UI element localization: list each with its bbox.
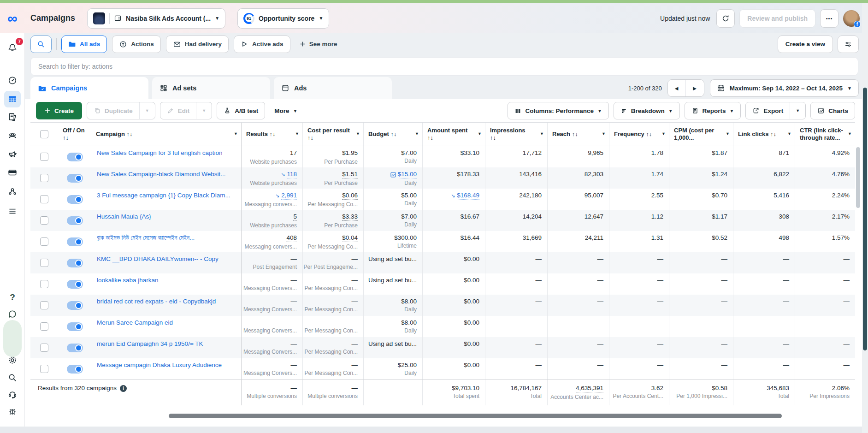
column-dropdown-icon[interactable]: ▼	[356, 131, 360, 136]
more-options-button[interactable]: •••	[820, 9, 838, 28]
campaign-toggle[interactable]	[67, 322, 83, 331]
filter-tab-had-delivery[interactable]: Had delivery	[166, 36, 229, 53]
search-input[interactable]	[30, 57, 858, 76]
campaign-link[interactable]: merun Eid Campaighn 34 p 1950/= TK	[97, 340, 203, 347]
refresh-button[interactable]	[716, 9, 735, 28]
horizontal-scrollbar[interactable]	[169, 414, 782, 418]
sidebar-item-messages[interactable]	[0, 306, 25, 322]
create-view-button[interactable]: Create a view	[778, 36, 833, 53]
column-dropdown-icon[interactable]: ▼	[602, 131, 606, 136]
column-dropdown-icon[interactable]: ▼	[415, 131, 419, 136]
meta-logo-icon[interactable]: ∞	[0, 12, 25, 25]
sidebar-item-ads-reporting[interactable]	[0, 146, 25, 162]
see-more-button[interactable]: See more	[295, 41, 341, 47]
breakdown-button[interactable]: Breakdown▼	[614, 102, 680, 119]
row-checkbox[interactable]	[40, 301, 48, 309]
sidebar-item-search[interactable]	[0, 369, 25, 386]
campaign-toggle[interactable]	[67, 301, 83, 310]
cell-value-text[interactable]: $15.00	[398, 171, 417, 178]
campaign-link[interactable]: lookalike saba jharkan	[97, 277, 159, 284]
column-dropdown-icon[interactable]: ▼	[726, 131, 730, 136]
search-filter-button[interactable]	[30, 36, 52, 53]
campaign-link[interactable]: KMC __BPD DHAKA DAILYwomen-- - Copy	[97, 255, 218, 262]
campaign-toggle[interactable]	[67, 344, 83, 352]
table-vertical-scrollbar[interactable]	[856, 147, 860, 208]
cell-value-text[interactable]: 2,991	[281, 192, 297, 200]
edit-button[interactable]: Edit	[160, 102, 196, 119]
sidebar-item-billing[interactable]	[0, 164, 25, 181]
column-header-4[interactable]: Budget ↑↓▼	[363, 123, 422, 146]
tab-ad-sets[interactable]: Ad sets	[152, 77, 270, 99]
cell-value-text[interactable]: 118	[287, 171, 297, 178]
filter-tab-actions[interactable]: Actions	[112, 36, 161, 53]
column-dropdown-icon[interactable]: ▼	[295, 131, 299, 136]
column-header-7[interactable]: Reach ↑↓▼	[547, 123, 609, 146]
column-header-8[interactable]: Frequency ↑↓▼	[609, 123, 669, 146]
sidebar-item-dashboard[interactable]	[0, 72, 25, 89]
charts-button[interactable]: Charts	[810, 102, 855, 119]
browser-scrollbar[interactable]	[862, 3, 868, 433]
campaign-link[interactable]: 3 Ful message campaign {1} Copy Black Di…	[97, 192, 230, 199]
filter-tab-all-ads[interactable]: All ads	[61, 36, 107, 53]
account-selector[interactable]: Nasiba Silk Ads Account (... ▼	[87, 8, 225, 29]
column-header-6[interactable]: Impressions↑↓▼	[485, 123, 547, 146]
more-button[interactable]: More▼	[270, 107, 302, 114]
campaign-link[interactable]: New Sales Campaign for 3 ful english cap…	[97, 149, 222, 156]
view-settings-button[interactable]	[838, 36, 859, 53]
review-publish-button[interactable]: Review and publish	[739, 9, 815, 28]
column-header-5[interactable]: Amount spent↑↓▼	[422, 123, 485, 146]
export-button[interactable]: Export	[746, 102, 790, 119]
edit-dropdown[interactable]: ▼	[196, 102, 212, 119]
column-dropdown-icon[interactable]: ▼	[661, 131, 666, 136]
column-header-10[interactable]: Link clicks ↑↓▼	[733, 123, 795, 146]
column-dropdown-icon[interactable]: ▼	[787, 131, 791, 136]
column-header-11[interactable]: CTR (link click-through rate...▼	[795, 123, 855, 146]
row-checkbox[interactable]	[40, 174, 48, 182]
column-dropdown-icon[interactable]: ▼	[540, 131, 544, 136]
sidebar-item-pages[interactable]	[0, 109, 25, 125]
campaign-link[interactable]: Message campagin Dhaka Luxury Adudience	[97, 362, 222, 368]
row-checkbox[interactable]	[40, 344, 48, 352]
row-checkbox[interactable]	[40, 216, 48, 225]
column-dropdown-icon[interactable]: ▼	[848, 131, 852, 136]
column-dropdown-icon[interactable]: ▼	[478, 131, 482, 136]
campaign-toggle[interactable]	[67, 259, 83, 267]
next-page-button[interactable]: ▶	[686, 80, 704, 96]
info-icon[interactable]: i	[120, 385, 127, 392]
campaign-toggle[interactable]	[67, 174, 83, 183]
campaign-toggle[interactable]	[67, 280, 83, 289]
row-checkbox[interactable]	[40, 153, 48, 161]
campaign-toggle[interactable]	[67, 365, 83, 374]
campaign-link[interactable]: ব্লাক ডাইমন্ড নিউ মেইন মেসেজ ক্যাম্পেইন …	[97, 234, 195, 242]
date-range-selector[interactable]: Maximum: Sep 14, 2022 – Oct 14, 2025 ▼	[710, 79, 859, 97]
export-dropdown[interactable]: ▼	[790, 102, 805, 119]
campaign-link[interactable]: Merun Saree Campaign eid	[97, 319, 173, 326]
row-checkbox[interactable]	[40, 237, 48, 246]
row-checkbox[interactable]	[40, 259, 48, 267]
column-header-1[interactable]: Campaign ↑↓▼	[91, 123, 242, 146]
select-all-checkbox[interactable]	[40, 130, 48, 138]
column-header-0[interactable]: Off / On↑↓	[58, 123, 91, 146]
create-button[interactable]: Create	[36, 102, 82, 119]
tab-campaigns[interactable]: Campaigns	[30, 77, 148, 99]
duplicate-dropdown[interactable]: ▼	[139, 102, 155, 119]
duplicate-button[interactable]: Duplicate	[87, 102, 139, 119]
columns-button[interactable]: Columns: Performance▼	[508, 102, 608, 119]
row-checkbox[interactable]	[40, 365, 48, 373]
sidebar-item-campaigns[interactable]	[0, 91, 25, 107]
tab-ads[interactable]: Ads	[274, 77, 392, 99]
ab-test-button[interactable]: A/B test	[217, 102, 265, 119]
campaign-link[interactable]: bridal red cot red expats - eid - Copydb…	[97, 298, 216, 305]
column-header-2[interactable]: Results ↑↓▼	[242, 123, 302, 146]
filter-tab-active-ads[interactable]: Active ads	[234, 36, 290, 53]
row-checkbox[interactable]	[40, 322, 48, 331]
sidebar-item-help[interactable]: ?	[0, 289, 25, 306]
sidebar-item-assets[interactable]	[0, 183, 25, 200]
sidebar-item-notifications[interactable]: 7	[0, 40, 25, 56]
campaign-link[interactable]: Hussain Maula {As}	[97, 213, 151, 220]
avatar[interactable]: f	[843, 10, 860, 27]
row-checkbox[interactable]	[40, 280, 48, 288]
sidebar-item-audiences[interactable]	[0, 127, 25, 144]
campaign-toggle[interactable]	[67, 216, 83, 225]
opportunity-score[interactable]: 91 Opportunity score ▼	[237, 8, 329, 29]
